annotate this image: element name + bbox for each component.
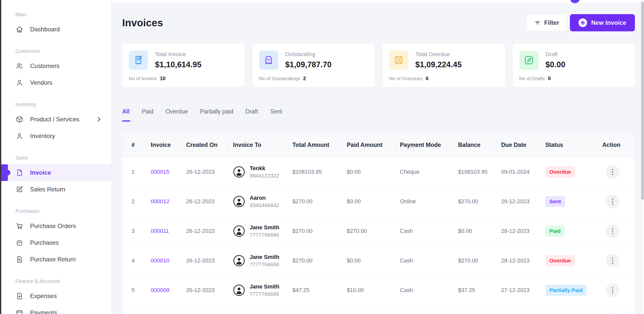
scrollbar-thumb[interactable] (641, 2, 644, 200)
invoice-number-link[interactable]: 000009 (151, 287, 169, 293)
invoice-to-cell: Jane Smith 7777766666 (233, 224, 292, 238)
user-avatar[interactable] (570, 0, 580, 3)
sidebar-item[interactable]: Inventory (1, 128, 111, 144)
status-tab[interactable]: Paid (142, 102, 153, 121)
paid-amount: $0.00 (347, 198, 400, 205)
invoice-to-cell: Jane Smith 7777766666 (233, 254, 292, 267)
stat-card-top: Outstanding $1,09,787.70 (259, 51, 368, 70)
stat-card-footer: No of Invoice10 (129, 76, 165, 81)
balance: $270.00 (458, 257, 501, 264)
invoice-number-link[interactable]: 000010 (151, 257, 169, 264)
sidebar-item-label: Product / Services (30, 116, 79, 123)
sidebar-item[interactable]: Purchases (1, 234, 111, 251)
sidebar-item[interactable]: Expenses (1, 288, 111, 304)
status-tabs: All Paid Overdue Partially paid (122, 102, 635, 121)
stat-card-iconbox (259, 51, 278, 70)
new-invoice-label: New Invoice (591, 19, 626, 26)
customer-texts: Jane Smith 7777766666 (250, 254, 279, 267)
row-actions-button[interactable]: ⋮ (606, 165, 619, 179)
total-amount: $108103.95 (292, 169, 347, 175)
customer-phone: 9944122322 (250, 173, 279, 179)
stat-card-texts: Total Invoice $1,10,614.95 (155, 51, 201, 69)
sidebar-item-label: Expenses (30, 293, 57, 300)
stat-card-footer-value: 6 (426, 76, 428, 81)
invoice-to-cell: Aaron 9345466842 (233, 195, 292, 208)
user-icon (15, 132, 24, 140)
sidebar-item[interactable]: Customers (1, 58, 111, 74)
sidebar-item[interactable]: Product / Services (1, 111, 111, 128)
stat-card-footer-label: No of Drafts (519, 76, 545, 81)
sidebar-item[interactable]: Payments (1, 304, 111, 314)
sidebar-item[interactable]: Vendors (1, 74, 111, 91)
stat-card-footer: No of Overdues6 (389, 76, 428, 81)
row-actions-button[interactable]: ⋮ (606, 195, 619, 208)
sidebar-item[interactable]: Dashboard (1, 21, 111, 38)
customer-name: Tenkk (250, 165, 279, 172)
created-on: 26-12-2023 (186, 287, 233, 294)
sidebar-item[interactable]: Purchase Orders (1, 218, 111, 234)
customer-phone: 7777766666 (250, 232, 279, 238)
row-number: 5 (132, 287, 151, 294)
package-icon (15, 115, 24, 123)
cart-icon (15, 222, 24, 230)
sidebar-item[interactable]: Purchase Return (1, 251, 111, 268)
created-on: 26-12-2023 (186, 257, 233, 264)
invoice-to-cell: Tenkk 9944122322 (233, 165, 292, 179)
stat-card: Total Invoice $1,10,614.95 No of Invoice… (122, 43, 245, 87)
invoice-number-link[interactable]: 000015 (151, 169, 169, 175)
table-row: 1 000015 26-12-2023 Tenkk 9944122322 $10… (122, 157, 635, 187)
payment-mode: Online (400, 198, 458, 205)
due-date: 09-01-2024 (501, 169, 545, 175)
paid-amount: $0.00 (347, 257, 400, 264)
sidebar-section-sales: Sales Invoice Sales Retur (1, 155, 111, 198)
paid-amount: $10.00 (347, 287, 400, 294)
created-on: 26-12-2023 (186, 169, 233, 175)
total-amount: $270.00 (292, 198, 347, 205)
invoice-to-cell: Aaron 9345466842 (233, 313, 292, 314)
due-date: 28-12-2023 (501, 257, 545, 264)
customer-name: Aaron (250, 313, 279, 314)
row-actions-button[interactable]: ⋮ (606, 313, 619, 314)
sidebar-item-label: Sales Return (30, 186, 65, 193)
sidebar-section-customers: Customers Customers Vendo (1, 48, 111, 91)
customer-texts: Jane Smith 7777766666 (250, 224, 279, 238)
row-actions-button[interactable]: ⋮ (606, 224, 619, 238)
stat-card-footer: No of Outstandings2 (259, 76, 306, 81)
file-text-icon (15, 255, 24, 263)
customer-texts: Aaron 9345466842 (250, 195, 279, 208)
overdue-save-icon (393, 55, 404, 66)
row-actions-button[interactable]: ⋮ (606, 254, 619, 267)
sidebar-item[interactable]: Sales Return (1, 181, 111, 198)
status-tab[interactable]: Overdue (165, 102, 188, 121)
column-header: Created On (186, 142, 233, 148)
invoice-number-link[interactable]: 000012 (151, 198, 169, 205)
invoice-number-link[interactable]: 000011 (151, 228, 169, 234)
row-number: 4 (132, 257, 151, 264)
status-tab[interactable]: All (122, 102, 130, 121)
sidebar-item-label: Inventory (30, 132, 55, 140)
due-date: 29-12-2023 (501, 198, 545, 205)
new-invoice-button[interactable]: New Invoice (570, 14, 635, 31)
status-tab[interactable]: Partially paid (200, 102, 233, 121)
balance: $108103.95 (458, 169, 501, 175)
section-label: Main (15, 12, 111, 17)
status-tab[interactable]: Sent (270, 102, 282, 121)
stat-card-label: Outstanding (285, 51, 332, 58)
stat-card-footer-label: No of Invoice (129, 76, 157, 81)
sidebar-item-label: Payments (30, 309, 57, 314)
paid-amount: $0.00 (347, 169, 400, 175)
stat-card-label: Draft (546, 51, 566, 58)
sidebar-item[interactable]: Invoice (1, 164, 111, 181)
sidebar-section-finance: Finance & Accounts Expenses (1, 278, 111, 314)
stat-card-footer-value: 2 (303, 76, 306, 81)
row-actions-button[interactable]: ⋮ (606, 283, 619, 297)
main-panel: Invoices Filter New Invoice (112, 3, 640, 314)
row-number: 1 (132, 169, 151, 175)
stat-card-top: Draft $0.00 (519, 51, 629, 70)
status-tab[interactable]: Draft (245, 102, 258, 121)
content-area: Invoices Filter New Invoice (112, 0, 640, 314)
filter-button[interactable]: Filter (526, 14, 567, 31)
stat-card-texts: Total Overdue $1,09,224.45 (415, 51, 462, 69)
payment-card-icon (15, 309, 24, 314)
page-scrollbar (640, 0, 644, 314)
